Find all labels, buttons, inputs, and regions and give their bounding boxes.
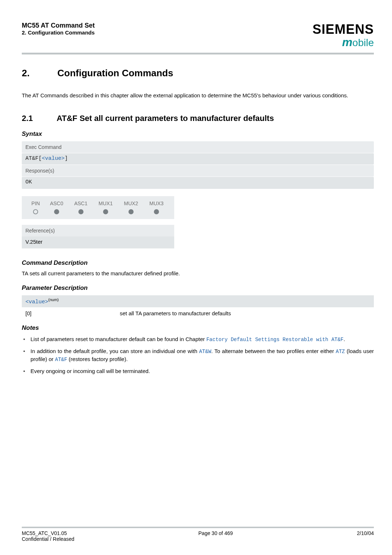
note-item: List of parameters reset to manufacturer…	[22, 335, 374, 344]
note-text: Every ongoing or incoming call will be t…	[30, 368, 150, 374]
brand-logo: SIEMENS mobile	[313, 22, 374, 49]
note-text: In addition to the default profile, you …	[30, 348, 199, 354]
note-text: .	[344, 336, 345, 342]
exec-command-label: Exec Command	[22, 141, 374, 153]
dot-empty-icon	[33, 209, 38, 214]
command-description-text: TA sets all current parameters to the ma…	[22, 270, 374, 276]
footer-divider	[22, 527, 374, 528]
command-description-label: Command Description	[22, 259, 374, 267]
brand-sub-m: m	[342, 36, 352, 49]
header-divider	[22, 53, 374, 54]
brand-sub: mobile	[313, 36, 374, 49]
note-link[interactable]: ATZ	[336, 349, 345, 355]
note-link[interactable]: AT&W	[199, 349, 211, 355]
subsection-heading: 2.1 AT&F Set all current parameters to m…	[22, 114, 374, 123]
brand-sub-rest: obile	[352, 37, 374, 48]
footer-page: Page 30 of 469	[199, 530, 233, 542]
response-body: OK	[22, 177, 374, 189]
matrix-col-pin: PIN	[27, 200, 45, 207]
note-text: (restores factory profile).	[67, 356, 128, 362]
matrix-col-asc1: ASC1	[69, 200, 93, 207]
footer-classification: Confidential / Released	[22, 536, 74, 542]
note-link[interactable]: AT&F	[55, 357, 68, 362]
doc-subtitle: 2. Configuration Commands	[22, 29, 95, 36]
subsection-number: 2.1	[22, 114, 44, 123]
dot-filled-icon	[128, 209, 134, 214]
dot-filled-icon	[54, 209, 59, 214]
parameter-desc: set all TA parameters to manufacturer de…	[120, 310, 231, 316]
syntax-label: Syntax	[22, 130, 374, 138]
footer-doc-id: MC55_ATC_V01.05	[22, 530, 74, 536]
note-link[interactable]: Factory Default Settings Restorable with…	[206, 337, 343, 343]
dot-filled-icon	[103, 209, 108, 214]
reference-label: Reference(s)	[22, 225, 174, 236]
reference-value: V.25ter	[22, 236, 174, 248]
matrix-col-mux2: MUX2	[118, 200, 144, 207]
dot-filled-icon	[154, 209, 159, 214]
note-text: List of parameters reset to manufacturer…	[30, 336, 206, 342]
note-item: Every ongoing or incoming call will be t…	[22, 367, 374, 375]
exec-suffix: ]	[65, 155, 68, 162]
dot-filled-icon	[78, 209, 83, 214]
exec-command-code: AT&F[<value>]	[22, 153, 374, 165]
exec-param-link[interactable]: <value>	[42, 155, 65, 162]
note-text: . To alternate between the two profiles …	[211, 348, 336, 354]
note-item: In addition to the default profile, you …	[22, 347, 374, 364]
notes-label: Notes	[22, 324, 374, 332]
doc-title: MC55 AT Command Set	[22, 22, 95, 29]
parameter-description-label: Parameter Description	[22, 284, 374, 292]
footer-date: 2/10/04	[357, 530, 374, 542]
exec-prefix: AT&F[	[25, 155, 42, 162]
section-title: Configuration Commands	[57, 68, 173, 78]
parameter-key: [0]	[25, 310, 120, 316]
section-heading: 2.Configuration Commands	[22, 68, 374, 79]
response-label: Response(s)	[22, 165, 374, 177]
support-matrix: PIN ASC0 ASC1 MUX1 MUX2 MUX3	[22, 196, 174, 219]
intro-text: The AT Commands described in this chapte…	[22, 92, 374, 99]
subsection-title: AT&F Set all current parameters to manuf…	[57, 114, 274, 123]
brand-name: SIEMENS	[313, 22, 374, 37]
parameter-sup: (num)	[48, 297, 59, 302]
matrix-col-mux1: MUX1	[93, 200, 118, 207]
parameter-name-link[interactable]: <value>	[25, 299, 48, 305]
section-number: 2.	[22, 68, 57, 79]
parameter-name-box: <value>(num)	[22, 295, 374, 307]
matrix-col-asc0: ASC0	[45, 200, 69, 207]
matrix-col-mux3: MUX3	[144, 200, 169, 207]
